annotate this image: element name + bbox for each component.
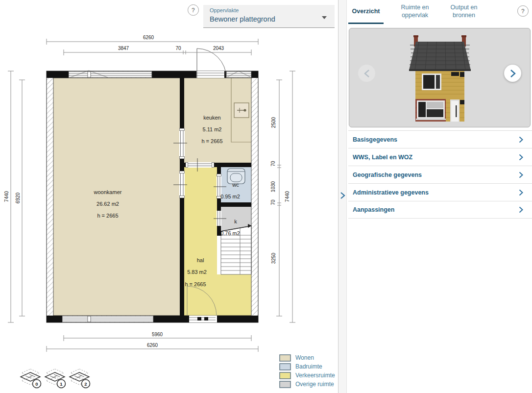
dim-top-seg3: 2043 (213, 46, 224, 51)
dim-right-outer: 7440 (285, 191, 290, 202)
room-label: wc (232, 182, 239, 188)
floor-number: 0 (35, 381, 38, 387)
chevron-right-icon (519, 189, 523, 196)
help-icon[interactable]: ? (517, 5, 529, 17)
dropdown-label: Oppervlakte (210, 7, 239, 13)
section-geografische-gegevens[interactable]: Geografische gegevens (348, 166, 532, 183)
dropdown-arrow-icon (322, 16, 327, 19)
carousel-next-button[interactable] (504, 65, 521, 82)
section-aanpassingen[interactable]: Aanpassingen (348, 201, 532, 219)
section-title: Administratieve gegevens (348, 189, 519, 196)
room-hal (184, 167, 217, 316)
room-height: h = 2665 (97, 213, 118, 219)
house-front-image (409, 34, 471, 123)
floorplan-drawing: woonkamer 26.62 m2 h = 2665 keuken 5.11 … (0, 0, 338, 393)
legend-label: Badruimte (295, 363, 322, 370)
room-area: 26.62 m2 (97, 201, 119, 207)
dim-top-total: 6260 (143, 35, 154, 40)
window-top-large (69, 71, 152, 77)
room-woonkamer (53, 78, 180, 316)
room-area: 0.95 m2 (220, 194, 240, 199)
chevron-right-icon (519, 154, 523, 161)
dim-left-inner: 6920 (15, 192, 21, 203)
dim-top-seg2: 70 (175, 46, 181, 51)
carousel-prev-button[interactable] (358, 65, 375, 82)
room-area: 5.11 m2 (203, 126, 222, 132)
room-height: h = 2665 (201, 138, 222, 144)
tab-ruimte-en-oppervlak[interactable]: Ruimte en oppervlak (390, 0, 439, 24)
floor-button-1[interactable]: 1 (44, 368, 67, 389)
window-top-kitchen (226, 71, 251, 77)
floor-selector: 0 1 (20, 368, 91, 389)
room-label: hal (197, 257, 204, 263)
floor-button-0[interactable]: 0 (20, 368, 42, 389)
section-basisgegevens[interactable]: Basisgegevens (348, 130, 532, 148)
room-hal-lower (217, 274, 251, 316)
room-label: keuken (203, 115, 220, 121)
legend-label: Overige ruimte (295, 381, 334, 388)
chevron-left-icon (364, 69, 370, 78)
section-title: WWS, Label en WOZ (348, 154, 519, 161)
floor-button-2[interactable]: 2 (69, 368, 91, 389)
dim-top-seg1: 3847 (118, 46, 129, 51)
floor-number: 2 (84, 381, 87, 387)
dim-bottom-total: 6260 (147, 343, 158, 348)
dim-right-seg4: 70 (270, 199, 276, 205)
legend-label: Verkeersruimte (295, 372, 335, 379)
surface-type-dropdown[interactable]: Oppervlakte Bewoner plattegrond (203, 5, 335, 28)
legend-label: Wonen (295, 354, 314, 361)
panel-collapse-bar[interactable] (339, 0, 347, 393)
dim-bottom-inner: 5960 (152, 332, 163, 337)
floorplan-canvas: woonkamer 26.62 m2 h = 2665 keuken 5.11 … (0, 0, 338, 393)
tab-bar: Overzicht Ruimte en oppervlak Output en … (348, 0, 488, 24)
app-window: woonkamer 26.62 m2 h = 2665 keuken 5.11 … (0, 0, 532, 393)
floor-number: 1 (60, 381, 63, 387)
color-swatch (279, 381, 291, 388)
window-bottom-large (62, 316, 153, 322)
panel-collapse-icon (340, 192, 345, 199)
tab-overzicht[interactable]: Overzicht (348, 0, 384, 24)
dim-left-outer: 7440 (4, 191, 9, 202)
dim-right-seg3: 1030 (270, 181, 276, 192)
color-swatch (279, 372, 291, 379)
house-image-carousel (349, 28, 531, 127)
tab-output-en-bronnen[interactable]: Output en bronnen (439, 0, 488, 24)
legend: Wonen Badruimte Verkeersruimte Overige r… (279, 353, 335, 389)
section-title: Basisgegevens (348, 136, 519, 143)
legend-item: Badruimte (279, 362, 335, 371)
room-keuken (184, 78, 251, 163)
room-area: 0.76 m2 (220, 230, 240, 236)
door-top (194, 49, 226, 78)
room-label: woonkamer (94, 189, 122, 195)
chevron-right-icon (519, 136, 523, 143)
chevron-right-icon (510, 69, 516, 78)
info-panel: Overzicht Ruimte en oppervlak Output en … (338, 0, 532, 393)
dim-right-seg5: 3250 (271, 252, 276, 264)
accordion-list: Basisgegevens WWS, Label en WOZ Geografi… (348, 130, 532, 219)
chevron-right-icon (519, 172, 523, 178)
dim-right-seg1: 2500 (271, 117, 276, 128)
chevron-right-icon (519, 206, 523, 213)
color-swatch (279, 363, 291, 370)
room-area: 5.83 m2 (187, 269, 207, 275)
dropdown-value: Bewoner plattegrond (210, 15, 275, 23)
section-wws-label-en-woz[interactable]: WWS, Label en WOZ (348, 148, 532, 166)
room-height: h = 2665 (185, 281, 206, 287)
section-administratieve-gegevens[interactable]: Administratieve gegevens (348, 183, 532, 201)
section-title: Geografische gegevens (348, 172, 519, 178)
legend-item: Wonen (279, 353, 335, 362)
help-icon[interactable]: ? (188, 4, 199, 16)
dim-right-seg2: 70 (270, 161, 276, 167)
section-title: Aanpassingen (348, 206, 519, 213)
color-swatch (279, 354, 291, 362)
legend-item: Verkeersruimte (279, 371, 335, 380)
legend-item: Overige ruimte (279, 380, 335, 389)
room-label: k (234, 219, 237, 224)
